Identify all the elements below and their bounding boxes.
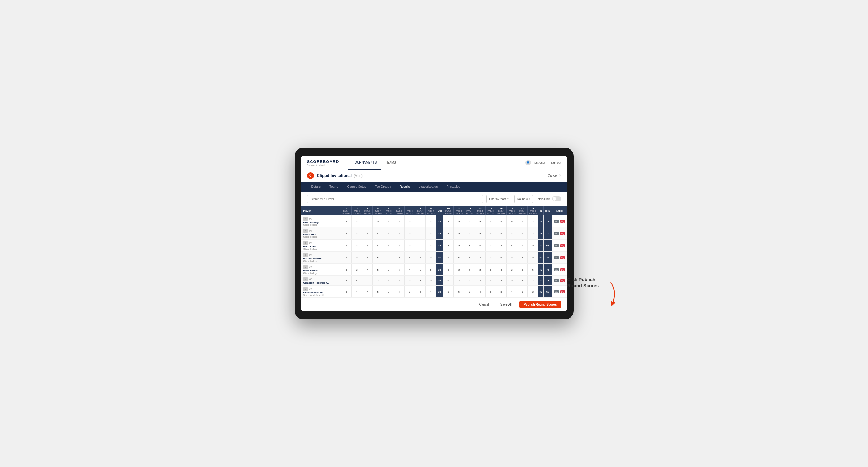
back-hole-13-score[interactable]: 4: [475, 286, 485, 298]
back-hole-11-score[interactable]: 3: [454, 264, 464, 276]
hole-7-score[interactable]: 5: [404, 227, 415, 240]
cancel-tournament-btn[interactable]: Cancel ✕: [548, 174, 561, 177]
back-hole-13-score[interactable]: 4: [475, 240, 485, 252]
back-hole-17-score[interactable]: 4: [517, 276, 528, 286]
tab-course-setup[interactable]: Course Setup: [343, 182, 371, 192]
hole-1-score[interactable]: 3: [341, 215, 351, 227]
back-hole-14-score[interactable]: 3: [485, 215, 496, 227]
back-hole-15-score[interactable]: 3: [496, 286, 506, 298]
hole-8-score[interactable]: 6: [415, 252, 426, 264]
hole-7-score[interactable]: 4: [404, 264, 415, 276]
hole-4-score[interactable]: 3: [373, 276, 383, 286]
back-hole-14-score[interactable]: 3: [485, 227, 496, 240]
back-hole-17-score[interactable]: 3: [517, 286, 528, 298]
hole-7-score[interactable]: 5: [404, 252, 415, 264]
hole-2-score[interactable]: 4: [352, 286, 362, 298]
back-hole-15-score[interactable]: 5: [496, 227, 506, 240]
hole-6-score[interactable]: 3: [394, 252, 404, 264]
wd-badge[interactable]: WD: [554, 256, 559, 259]
back-hole-16-score[interactable]: 3: [506, 264, 517, 276]
back-hole-18-score[interactable]: 3: [528, 276, 538, 286]
hole-7-score[interactable]: 5: [404, 240, 415, 252]
back-hole-10-score[interactable]: 3: [443, 252, 454, 264]
nav-teams[interactable]: TEAMS: [381, 156, 400, 170]
nav-tournaments[interactable]: TOURNAMENTS: [348, 156, 381, 170]
hole-4-score[interactable]: 5: [373, 286, 383, 298]
back-hole-18-score[interactable]: 6: [528, 264, 538, 276]
hole-8-score[interactable]: 3: [415, 264, 426, 276]
publish-round-scores-button[interactable]: Publish Round Scores: [519, 301, 561, 308]
back-hole-17-score[interactable]: 6: [517, 240, 528, 252]
hole-3-score[interactable]: 4: [362, 286, 373, 298]
hole-3-score[interactable]: 5: [362, 215, 373, 227]
hole-8-score[interactable]: 6: [415, 215, 426, 227]
hole-1-score[interactable]: 4: [341, 227, 351, 240]
search-input[interactable]: [307, 195, 484, 203]
back-hole-16-score[interactable]: 4: [506, 286, 517, 298]
filter-by-team-select[interactable]: Filter by team ▾: [486, 195, 511, 203]
hole-6-score[interactable]: 3: [394, 215, 404, 227]
back-hole-12-score[interactable]: 4: [464, 264, 475, 276]
dq-badge[interactable]: DQ: [560, 232, 565, 235]
back-hole-11-score[interactable]: 5: [454, 215, 464, 227]
hole-9-score[interactable]: 5: [426, 264, 436, 276]
tab-details[interactable]: Details: [307, 182, 326, 192]
back-hole-18-score[interactable]: 3: [528, 252, 538, 264]
hole-9-score[interactable]: 3: [426, 240, 436, 252]
hole-2-score[interactable]: 3: [352, 240, 362, 252]
back-hole-14-score[interactable]: 5: [485, 240, 496, 252]
hole-8-score[interactable]: 5: [415, 286, 426, 298]
hole-9-score[interactable]: 4: [426, 286, 436, 298]
hole-6-score[interactable]: 3: [394, 276, 404, 286]
wd-badge[interactable]: WD: [554, 232, 559, 235]
back-hole-10-score[interactable]: 3: [443, 227, 454, 240]
hole-5-score[interactable]: 4: [383, 215, 394, 227]
hole-5-score[interactable]: 3: [383, 252, 394, 264]
back-hole-13-score[interactable]: 3: [475, 264, 485, 276]
back-hole-15-score[interactable]: 5: [496, 215, 506, 227]
hole-3-score[interactable]: 4: [362, 264, 373, 276]
cancel-button[interactable]: Cancel: [476, 301, 493, 308]
back-hole-16-score[interactable]: 5: [506, 276, 517, 286]
toggle-switch[interactable]: [552, 196, 561, 201]
back-hole-12-score[interactable]: 3: [464, 240, 475, 252]
back-hole-10-score[interactable]: 3: [443, 286, 454, 298]
dq-badge[interactable]: DQ: [560, 220, 565, 223]
back-hole-17-score[interactable]: 4: [517, 252, 528, 264]
hole-1-score[interactable]: 4: [341, 276, 351, 286]
back-hole-12-score[interactable]: 5: [464, 276, 475, 286]
dq-badge[interactable]: DQ: [560, 244, 565, 247]
back-hole-10-score[interactable]: 6: [443, 276, 454, 286]
tab-tee-groups[interactable]: Tee Groups: [371, 182, 396, 192]
back-hole-18-score[interactable]: 5: [528, 240, 538, 252]
dq-badge[interactable]: DQ: [560, 268, 565, 271]
tab-printables[interactable]: Printables: [442, 182, 464, 192]
back-hole-15-score[interactable]: 3: [496, 276, 506, 286]
hole-9-score[interactable]: 3: [426, 215, 436, 227]
back-hole-14-score[interactable]: 3: [485, 252, 496, 264]
tab-results[interactable]: Results: [395, 182, 414, 192]
hole-8-score[interactable]: 6: [415, 227, 426, 240]
back-hole-11-score[interactable]: 5: [454, 227, 464, 240]
hole-4-score[interactable]: 5: [373, 264, 383, 276]
back-hole-11-score[interactable]: 5: [454, 252, 464, 264]
hole-2-score[interactable]: 3: [352, 215, 362, 227]
hole-7-score[interactable]: 5: [404, 276, 415, 286]
hole-9-score[interactable]: 5: [426, 276, 436, 286]
hole-5-score[interactable]: 3: [383, 264, 394, 276]
tab-teams[interactable]: Teams: [325, 182, 343, 192]
dq-badge[interactable]: DQ: [560, 256, 565, 259]
back-hole-12-score[interactable]: 3: [464, 286, 475, 298]
hole-1-score[interactable]: 5: [341, 240, 351, 252]
hole-3-score[interactable]: 3: [362, 240, 373, 252]
back-hole-17-score[interactable]: 5: [517, 264, 528, 276]
hole-2-score[interactable]: 3: [352, 264, 362, 276]
hole-9-score[interactable]: 3: [426, 227, 436, 240]
wd-badge[interactable]: WD: [554, 290, 559, 293]
back-hole-10-score[interactable]: 3: [443, 240, 454, 252]
hole-9-score[interactable]: 3: [426, 252, 436, 264]
hole-1-score[interactable]: 5: [341, 252, 351, 264]
hole-5-score[interactable]: 3: [383, 240, 394, 252]
hole-5-score[interactable]: 3: [383, 286, 394, 298]
hole-1-score[interactable]: 3: [341, 264, 351, 276]
